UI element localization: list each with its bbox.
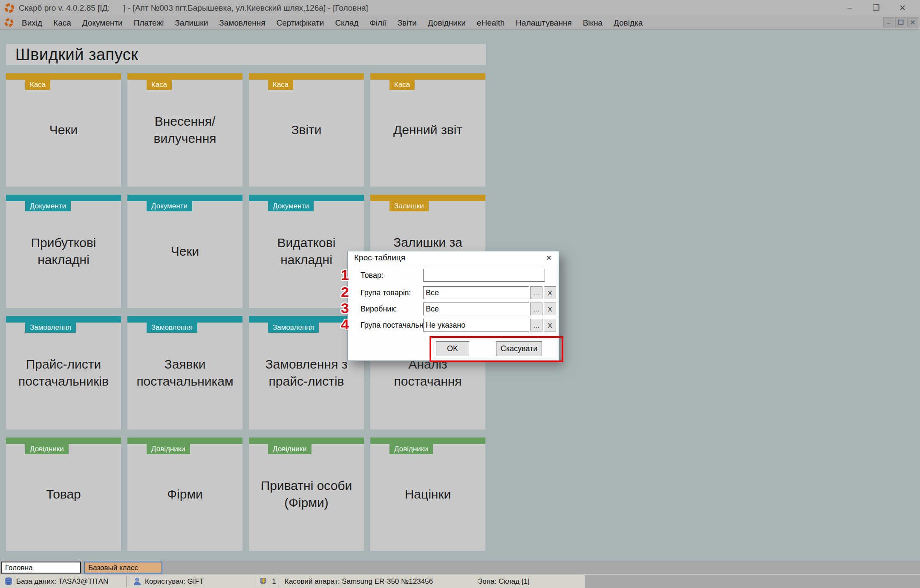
- menu-item-8[interactable]: Склад: [329, 16, 364, 30]
- status-cash-register: Касовий апарат: Samsung ER-350 №123456: [285, 575, 433, 588]
- menu-item-12[interactable]: eHealth: [471, 16, 510, 30]
- dialog-field-row: Група постачальників:…X: [348, 319, 559, 331]
- tile-label: Націнки: [370, 438, 485, 551]
- tile-label: Денний звіт: [370, 73, 485, 187]
- quick-launch-header: Швидкий запуск: [6, 44, 486, 65]
- cancel-button[interactable]: Скасувати: [496, 341, 542, 356]
- menu-bar: ВихідКасаДокументиПлатежіЗалишкиЗамовлен…: [0, 16, 920, 30]
- status-zone: Зона: Склад [1]: [478, 575, 530, 588]
- mdi-minimize-icon[interactable]: –: [883, 17, 894, 28]
- status-user: Користувач: GIFT: [145, 575, 204, 588]
- mdi-window-controls: – ❐ ✕: [883, 17, 918, 28]
- tile-label: Прибуткові накладні: [6, 195, 121, 308]
- app-logo-icon: [4, 3, 14, 13]
- dialog-titlebar[interactable]: Крос-таблиця ✕: [348, 251, 559, 264]
- field-input[interactable]: [423, 286, 529, 299]
- status-separator: [256, 576, 256, 587]
- field-label: Група товарів:: [361, 286, 411, 299]
- close-icon[interactable]: ✕: [889, 0, 916, 16]
- dialog-title: Крос-таблиця: [354, 253, 405, 262]
- menu-item-11[interactable]: Довідники: [422, 16, 471, 30]
- menu-item-2[interactable]: Каса: [48, 16, 77, 30]
- quick-launch-tile[interactable]: ДокументиПрибуткові накладні: [6, 195, 121, 308]
- picker-ellipsis-button[interactable]: …: [530, 319, 542, 331]
- status-connection-count: 1: [272, 575, 276, 588]
- menu-items: ВихідКасаДокументиПлатежіЗалишкиЗамовлен…: [16, 16, 648, 29]
- status-separator: [126, 576, 127, 587]
- tile-label: Фірми: [127, 438, 242, 551]
- quick-launch-tile[interactable]: КасаДенний звіт: [370, 73, 485, 187]
- connection-icon: [259, 577, 268, 585]
- quick-launch-tile[interactable]: ДовідникиТовар: [6, 438, 121, 551]
- menu-item-5[interactable]: Залишки: [169, 16, 213, 30]
- picker-ellipsis-button[interactable]: …: [530, 303, 542, 315]
- database-icon: [4, 577, 13, 585]
- quick-launch-tile[interactable]: КасаВнесення/вилучення: [127, 73, 242, 187]
- tile-label: Товар: [6, 438, 121, 551]
- tab-holovna[interactable]: Головна: [1, 562, 81, 574]
- status-separator: [474, 576, 474, 587]
- menu-item-13[interactable]: Налаштування: [510, 16, 577, 30]
- clear-x-button[interactable]: X: [544, 319, 556, 331]
- quick-launch-tile[interactable]: ДовідникиПриватні особи (Фірми): [249, 438, 364, 551]
- field-label: Виробник:: [361, 303, 397, 315]
- tile-label: Звіти: [249, 73, 364, 187]
- mdi-close-icon[interactable]: ✕: [907, 17, 918, 28]
- field-input[interactable]: [423, 269, 545, 282]
- quick-launch-tile[interactable]: КасаЗвіти: [249, 73, 364, 187]
- menu-item-15[interactable]: Довідка: [608, 16, 648, 30]
- menu-item-4[interactable]: Платежі: [128, 16, 170, 30]
- clear-x-button[interactable]: X: [544, 303, 556, 315]
- restore-icon[interactable]: ❐: [863, 0, 889, 16]
- quick-launch-tile[interactable]: КасаЧеки: [6, 73, 121, 187]
- user-icon: [133, 577, 141, 585]
- menu-item-1[interactable]: Вихід: [16, 16, 48, 30]
- dialog-field-row: Виробник:…X: [348, 303, 559, 315]
- tile-label: Заявки постачальникам: [127, 316, 242, 429]
- tile-label: Замовлення з прайс-листів: [249, 316, 364, 429]
- tile-label: Внесення/вилучення: [127, 73, 242, 187]
- menu-item-14[interactable]: Вікна: [577, 16, 608, 30]
- field-input[interactable]: [423, 319, 529, 331]
- quick-launch-tile[interactable]: ЗамовленняПрайс-листи постачальників: [6, 316, 121, 429]
- picker-ellipsis-button[interactable]: …: [530, 286, 542, 299]
- mdi-child-logo-icon: [4, 18, 14, 27]
- quick-launch-title: Швидкий запуск: [15, 46, 138, 64]
- ok-button[interactable]: OK: [436, 341, 469, 356]
- window-titlebar: Скарб pro v. 4.0.2.85 [ІД: ] - [Апт №003…: [0, 0, 920, 16]
- clear-x-button[interactable]: X: [544, 286, 556, 299]
- cross-table-dialog: Крос-таблиця ✕ Товар:Група товарів:…XВир…: [347, 251, 559, 361]
- tile-label: Чеки: [127, 195, 242, 308]
- quick-launch-tile[interactable]: ДовідникиНацінки: [370, 438, 485, 551]
- menu-item-6[interactable]: Замовлення: [213, 16, 271, 30]
- bottom-tab-strip: Головна Базовый класс: [0, 561, 920, 574]
- window-title: Скарб pro v. 4.0.2.85 [ІД: ] - [Апт №003…: [19, 3, 368, 13]
- tile-label: Чеки: [6, 73, 121, 187]
- dialog-field-row: Група товарів:…X: [348, 286, 559, 299]
- quick-launch-tile[interactable]: ДокументиЧеки: [127, 195, 242, 308]
- status-separator: [279, 576, 279, 587]
- tile-label: Прайс-листи постачальників: [6, 316, 121, 429]
- status-bar: База даних: TASA3@TITAN Користувач: GIFT…: [0, 574, 920, 588]
- menu-item-9[interactable]: Філії: [364, 16, 392, 30]
- mdi-restore-icon[interactable]: ❐: [895, 17, 906, 28]
- field-label: Товар:: [361, 269, 384, 282]
- dialog-close-icon[interactable]: ✕: [542, 252, 555, 263]
- application-window: Скарб pro v. 4.0.2.85 [ІД: ] - [Апт №003…: [0, 0, 920, 588]
- quick-launch-tile[interactable]: ЗамовленняЗаявки постачальникам: [127, 316, 242, 429]
- menu-item-7[interactable]: Сертифікати: [271, 16, 330, 30]
- minimize-icon[interactable]: –: [836, 0, 863, 16]
- tile-label: Приватні особи (Фірми): [249, 438, 364, 551]
- menu-item-3[interactable]: Документи: [77, 16, 128, 30]
- tab-bazovyi-klass[interactable]: Базовый класс: [84, 562, 162, 574]
- field-input[interactable]: [423, 303, 529, 315]
- status-database: База даних: TASA3@TITAN: [16, 575, 108, 588]
- tile-label: Видаткові накладні: [249, 195, 364, 308]
- dialog-field-row: Товар:: [348, 269, 559, 282]
- quick-launch-tile[interactable]: ДовідникиФірми: [127, 438, 242, 551]
- quick-launch-tile[interactable]: ДокументиВидаткові накладні: [249, 195, 364, 308]
- menu-item-10[interactable]: Звіти: [392, 16, 422, 30]
- quick-launch-tile[interactable]: ЗамовленняЗамовлення з прайс-листів: [249, 316, 364, 429]
